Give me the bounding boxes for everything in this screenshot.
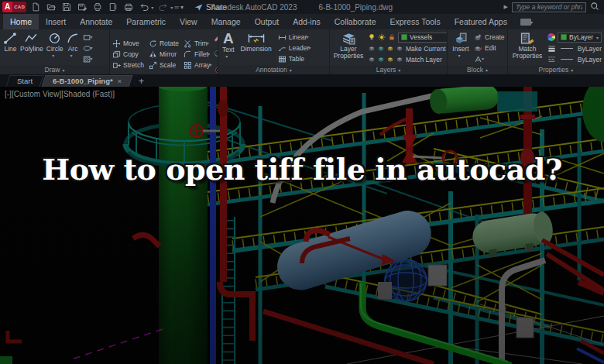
tab-insert[interactable]: Insert [39, 14, 73, 29]
mirror-button[interactable]: Mirror [149, 50, 179, 59]
save-as-button[interactable] [77, 2, 88, 12]
share-button[interactable]: Share [194, 3, 227, 12]
circle-button[interactable]: Circle ▾ [45, 31, 65, 65]
close-tab-icon[interactable]: × [118, 77, 122, 85]
tab-manage[interactable]: Manage [204, 14, 248, 29]
new-drawing-button[interactable]: + [132, 76, 150, 87]
tab-home[interactable]: Home [3, 14, 39, 29]
make-current-button[interactable]: Make Current [368, 44, 448, 53]
search-zone: ▶ [504, 2, 604, 12]
layer-dropdown[interactable]: Vessels ▾ [398, 33, 448, 43]
edit-block-button[interactable]: Edit [474, 43, 505, 53]
tab-parametric[interactable]: Parametric [119, 14, 173, 29]
new-file-button[interactable] [30, 2, 41, 12]
table-button[interactable]: Table [278, 54, 311, 64]
search-input[interactable] [512, 2, 586, 12]
arc-button[interactable]: Arc ▾ [65, 31, 81, 65]
drawing-viewport[interactable]: [-][Custom View][Shaded (Fast)] How to o… [0, 87, 604, 364]
annotation-panel-label[interactable]: Annotation▾ [218, 65, 329, 74]
tab-featured-apps[interactable]: Featured Apps [448, 14, 514, 29]
layer-on-off-button[interactable] [368, 33, 376, 41]
tab-view[interactable]: View [173, 14, 204, 29]
plot-button[interactable] [92, 2, 103, 12]
tab-active-document[interactable]: 6-B-1000_Piping* × [43, 75, 131, 87]
erase-button[interactable] [213, 31, 218, 45]
search-icon[interactable] [590, 2, 599, 12]
layer-stack-icon [341, 32, 356, 45]
layer-properties-button[interactable]: Layer Properties [332, 31, 365, 65]
trim-button[interactable]: Trim▾ [184, 39, 211, 48]
lineweight-value: ByLayer [578, 44, 602, 53]
search-collapse-arrow-icon[interactable]: ▶ [504, 4, 508, 10]
open-file-button[interactable] [46, 2, 57, 12]
arc-dropdown-arrow-icon: ▾ [70, 53, 73, 58]
viewport-controls[interactable]: [-][Custom View][Shaded (Fast)] [5, 90, 115, 98]
redo-dropdown-arrow-icon[interactable]: ▾ [170, 5, 173, 10]
leader-button[interactable]: Leader▾ [278, 43, 311, 53]
properties-panel-label[interactable]: Properties▾ [508, 65, 604, 74]
lineweight-dropdown[interactable]: ByLayer [547, 44, 602, 53]
tab-collaborate[interactable]: Collaborate [328, 14, 383, 29]
polyline-button[interactable]: Polyline [19, 31, 45, 65]
app-menu-button[interactable]: A CAD [2, 2, 26, 12]
line-icon [4, 32, 17, 45]
rotate-button[interactable]: Rotate [149, 39, 179, 48]
scale-button[interactable]: Scale [149, 60, 179, 70]
layers-panel-label[interactable]: Layers▾ [330, 65, 447, 74]
file-tab-bar: Start 6-B-1000_Piping* × + [0, 74, 604, 87]
tab-annotate[interactable]: Annotate [73, 14, 119, 29]
layer-freeze-button[interactable] [378, 33, 386, 41]
fillet-button[interactable]: Fillet▾ [184, 50, 211, 59]
linear-dimension-button[interactable]: Linear▾ [278, 33, 311, 42]
layer-lock-button[interactable] [388, 33, 396, 41]
paper-plane-icon [194, 3, 203, 12]
fade-button[interactable] [213, 64, 218, 74]
line-button[interactable]: Line [2, 31, 19, 65]
undo-dropdown-arrow-icon[interactable]: ▾ [151, 5, 153, 10]
text-button[interactable]: A Text ▾ [221, 31, 236, 65]
layer-cube-icon [368, 56, 376, 64]
block-panel-label[interactable]: Block▾ [448, 65, 507, 74]
tab-add-ins[interactable]: Add-ins [286, 14, 328, 29]
define-attributes-button[interactable]: ▾ [474, 54, 505, 64]
undo-button[interactable] [139, 2, 149, 12]
draw-panel-label[interactable]: Draw▾ [0, 65, 109, 74]
color-swatch [561, 34, 567, 40]
linetype-dropdown[interactable]: ByLayer [547, 55, 602, 64]
match-layer-button[interactable]: Match Layer [368, 55, 448, 64]
move-button[interactable]: Move [112, 39, 144, 48]
tab-start[interactable]: Start [8, 75, 42, 87]
dimension-button[interactable]: Dimension [239, 31, 273, 65]
save-button[interactable] [61, 2, 72, 12]
stretch-button[interactable]: Stretch [112, 60, 144, 70]
autocad-window: A CAD ▾ ▾ ═ ▾ Share Autodesk AutoCAD 202… [0, 0, 604, 364]
ellipse-tool-button[interactable]: ▾ [83, 43, 93, 53]
redo-button[interactable] [158, 2, 169, 12]
insert-block-icon [455, 32, 468, 45]
color-wheel-icon [547, 33, 555, 41]
layer-cube-icon [368, 45, 376, 53]
object-color-dropdown[interactable]: ByLayer ▾ [558, 33, 602, 43]
array-button[interactable]: Array▾ [184, 60, 211, 70]
explode-icon [213, 50, 218, 58]
current-layer-name: Vessels [410, 33, 432, 41]
teal-equipment-box [497, 91, 537, 112]
text-icon: A [223, 32, 234, 46]
mirror-icon [149, 50, 157, 59]
tab-output[interactable]: Output [248, 14, 287, 29]
copy-button[interactable]: Copy [112, 50, 144, 59]
customize-qat-button[interactable]: ═ ▾ [174, 4, 184, 11]
ribbon-chip-icon [520, 19, 531, 26]
hatch-tool-button[interactable]: ▾ [83, 54, 93, 64]
publish-button[interactable] [108, 2, 118, 12]
tab-express-tools[interactable]: Express Tools [383, 14, 447, 29]
fade-icon [213, 66, 218, 74]
explode-button[interactable] [213, 47, 218, 61]
insert-block-button[interactable]: Insert ▾ [450, 31, 472, 65]
linetype-value: ByLayer [578, 55, 602, 64]
match-properties-button[interactable]: Match Properties [510, 31, 544, 65]
rectangle-tool-button[interactable]: ▾ [83, 33, 93, 42]
create-block-button[interactable]: Create [474, 33, 505, 42]
print-button[interactable] [123, 2, 134, 12]
ribbon-display-toggle[interactable]: ▾ [514, 14, 539, 29]
